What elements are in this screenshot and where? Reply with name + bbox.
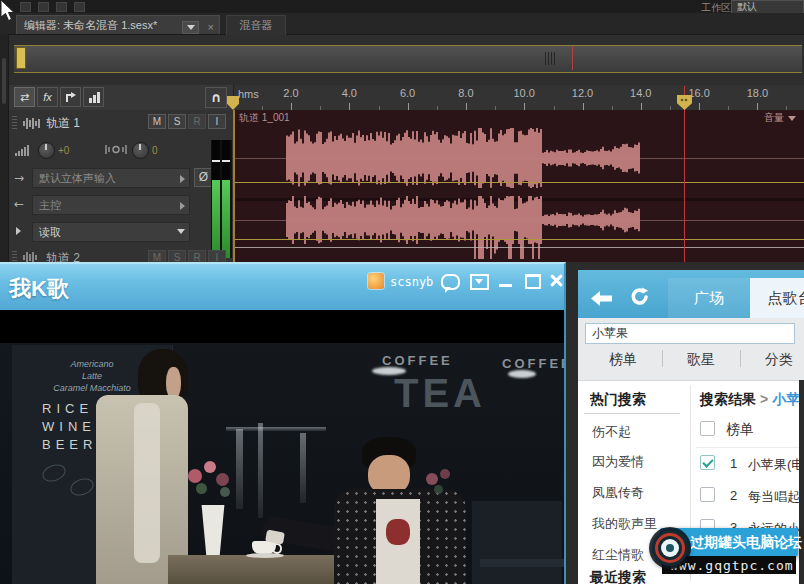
back-button[interactable] (590, 290, 614, 311)
left-scroll-nub[interactable] (2, 58, 6, 104)
navigator-left-handle[interactable] (16, 47, 26, 69)
ruler-tick (524, 103, 525, 110)
input-select[interactable]: 默认立体声输入 (32, 168, 190, 188)
volume-value: +0 (58, 145, 69, 156)
tab-charts[interactable]: 榜单 (588, 351, 658, 369)
tool-icon-2[interactable] (38, 2, 49, 12)
hot-item[interactable]: 凤凰传奇 (592, 484, 644, 502)
zoom-navigator-bar[interactable] (14, 45, 802, 73)
expander-icon[interactable] (16, 227, 21, 235)
ruler-tick-label: 4.0 (334, 87, 364, 99)
chevron-right-icon (180, 202, 185, 210)
tool-icon-4[interactable] (74, 2, 85, 12)
waveform-track-icon (22, 252, 42, 262)
track1-name: 轨道 1 (46, 115, 80, 132)
playhead-line[interactable] (684, 86, 685, 262)
result-number: 2 (730, 488, 737, 503)
volume-knob[interactable] (38, 142, 55, 159)
tab-editor-label: 编辑器: 未命名混音 1.sesx* (24, 19, 157, 31)
tab-song-station-label: 点歌台 (768, 289, 804, 308)
tray-dropdown-icon[interactable] (470, 274, 489, 290)
video-frame: Americano Latte Caramel Macchiato RICE W… (0, 310, 566, 584)
tab-editor[interactable]: 编辑器: 未命名混音 1.sesx* × (16, 15, 220, 34)
volume-bars-icon (14, 144, 34, 156)
result-title[interactable]: 每当唱起这 (748, 488, 804, 506)
solo-button[interactable]: S (168, 250, 186, 262)
ruler-tick-label: 14.0 (626, 87, 656, 99)
hot-search-header: 热门搜索 (590, 391, 646, 409)
audio-clip[interactable]: 轨道 1_001 音量 (233, 110, 804, 262)
hot-item[interactable]: 我的歌声里 (592, 515, 657, 533)
refresh-button[interactable] (630, 287, 650, 311)
result-separator: > (756, 391, 772, 407)
mute-button[interactable]: M (148, 114, 166, 129)
headphones-icon[interactable]: ∩ (205, 87, 227, 108)
kge-title: 我K歌 (9, 274, 69, 304)
tab-singers[interactable]: 歌星 (666, 351, 736, 369)
workspace-dropdown[interactable]: 默认 (731, 0, 804, 14)
ruler-tick-label: 18.0 (742, 87, 772, 99)
filter-checkbox[interactable] (700, 421, 715, 436)
record-arm-button[interactable]: R (188, 250, 206, 262)
tab-plaza[interactable]: 广场 (668, 278, 750, 318)
tool-icon-3[interactable] (56, 2, 67, 12)
tab-dropdown-button[interactable] (182, 21, 199, 34)
pan-knob[interactable] (132, 142, 149, 159)
tab-close-icon[interactable]: × (208, 18, 214, 36)
input-arrow-icon: → (14, 171, 24, 185)
result-title[interactable]: 小苹果(电影 (748, 456, 804, 474)
avatar[interactable] (368, 273, 384, 289)
ruler-tick (408, 103, 409, 110)
result-number: 1 (730, 456, 737, 471)
ruler-tick-label: 8.0 (451, 87, 481, 99)
volume-envelope-line[interactable] (235, 182, 804, 183)
tab-mixer[interactable]: 混音器 (226, 15, 286, 35)
tab-categories[interactable]: 分类 (744, 351, 804, 369)
fx-button[interactable]: fx (37, 87, 58, 107)
routing-button[interactable] (60, 87, 81, 107)
kge-username: scsnyb (390, 275, 433, 289)
input-monitor-button[interactable]: I (208, 250, 226, 262)
timeline-ruler[interactable]: hms 2.04.06.08.010.012.014.016.018.0 (233, 85, 804, 110)
chevron-down-icon (187, 25, 195, 30)
mute-button[interactable]: M (148, 250, 166, 262)
track-drag-grip[interactable] (12, 116, 17, 130)
hot-item[interactable]: 伤不起 (592, 423, 631, 441)
output-select-value: 主控 (39, 199, 61, 211)
watermark-logo (652, 530, 688, 566)
filter-label: 榜单 (726, 421, 754, 439)
track2-drag-grip[interactable] (12, 251, 17, 262)
watermark: 过期罐头电脑论坛 www.gqgtpc.com (652, 526, 804, 574)
recent-search-header: 最近搜索 (590, 569, 646, 584)
maximize-icon[interactable] (525, 274, 541, 289)
kge-titlebar[interactable]: 我K歌 scsnyb (0, 262, 566, 310)
navigator-grip[interactable] (545, 52, 555, 65)
solo-button[interactable]: S (168, 114, 186, 129)
metering-button[interactable] (83, 87, 104, 107)
chat-icon[interactable] (441, 274, 460, 290)
record-arm-button[interactable]: R (188, 114, 206, 129)
minimize-icon[interactable] (499, 284, 512, 287)
tool-icon-1[interactable] (20, 2, 31, 12)
search-zone: 榜单 歌星 分类 (578, 318, 804, 380)
chevron-down-icon (177, 229, 185, 234)
hot-item[interactable]: 因为爱情 (592, 453, 644, 471)
board-text: RICE (42, 401, 93, 416)
hot-item[interactable]: 红尘情歌 (592, 546, 644, 564)
volume-envelope-line[interactable] (235, 239, 804, 240)
output-select[interactable]: 主控 (32, 195, 190, 215)
waveform-track-icon (22, 117, 42, 129)
tab-song-station[interactable]: 点歌台 (750, 278, 804, 318)
result-checkbox[interactable] (700, 487, 715, 502)
result-checkbox[interactable] (700, 455, 715, 470)
search-input[interactable] (585, 323, 795, 344)
fx-label: fx (43, 91, 52, 103)
close-icon[interactable] (549, 273, 564, 288)
navigator-playhead-line (572, 46, 573, 70)
ruler-tick (466, 103, 467, 110)
ruler-tick (349, 103, 350, 110)
time-selection-tool-button[interactable]: ⇄ (14, 87, 35, 107)
input-monitor-button[interactable]: I (208, 114, 226, 129)
audition-tabbar: 编辑器: 未命名混音 1.sesx* × 混音器 (0, 13, 804, 35)
automation-select[interactable]: 读取 (32, 222, 190, 242)
